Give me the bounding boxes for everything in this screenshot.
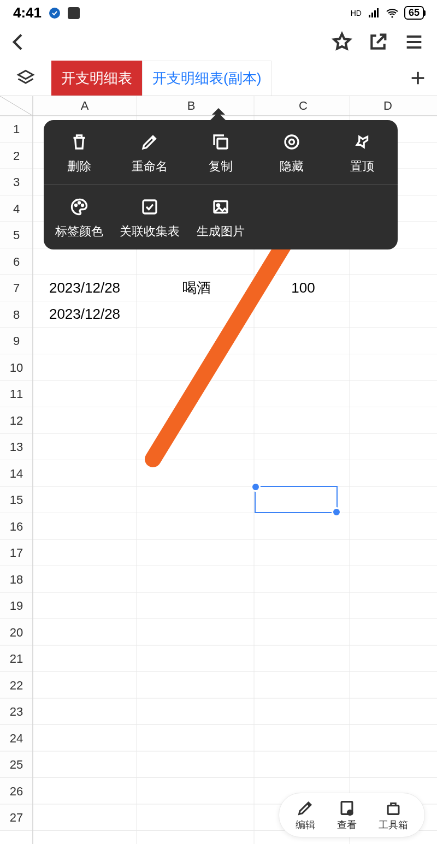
star-icon[interactable] [331,31,353,53]
svg-rect-99 [217,139,227,148]
svg-text:16: 16 [10,520,23,533]
svg-text:D: D [383,99,392,112]
svg-text:22: 22 [10,679,23,692]
bottom-view[interactable]: 查看 [337,799,357,831]
svg-text:100: 100 [291,280,315,296]
svg-point-107 [217,204,219,206]
top-nav [0,23,437,61]
add-tab-button[interactable] [399,61,437,96]
cell-selection[interactable] [255,486,338,513]
svg-text:7: 7 [13,281,20,295]
svg-text:20: 20 [10,626,23,639]
svg-text:9: 9 [13,334,20,348]
ctx-color-label: 标签颜色 [55,223,103,240]
app-icon-2 [68,7,80,19]
svg-text:24: 24 [10,732,23,745]
svg-text:23: 23 [10,705,23,718]
svg-text:19: 19 [10,599,23,613]
svg-text:13: 13 [10,440,23,454]
svg-text:14: 14 [10,467,23,480]
svg-text:21: 21 [10,652,23,665]
svg-point-103 [78,202,80,204]
ctx-image-label: 生成图片 [197,223,245,240]
svg-text:2023/12/28: 2023/12/28 [49,306,120,322]
ctx-pin-label: 置顶 [350,158,374,175]
bottom-tools[interactable]: 工具箱 [379,799,408,831]
context-menu: 删除 重命名 复制 隐藏 置顶 标签颜色 [44,120,398,249]
ctx-delete[interactable]: 删除 [44,120,115,185]
menu-icon[interactable] [403,31,425,53]
bottom-tools-label: 工具箱 [379,818,408,831]
svg-text:25: 25 [10,758,23,771]
svg-text:2023/12/28: 2023/12/28 [49,280,120,296]
svg-rect-105 [143,200,156,213]
ctx-tag-color[interactable]: 标签颜色 [44,185,115,249]
bottom-edit-label: 编辑 [296,818,315,831]
hd-label: HD [351,9,362,17]
wifi-icon [386,7,399,20]
svg-point-0 [49,8,60,19]
selection-handle-br[interactable] [332,507,341,517]
svg-point-102 [75,205,76,206]
tab-inactive[interactable]: 开支明细表(副本) [142,61,271,96]
bottom-view-label: 查看 [337,818,357,831]
ctx-link-label: 关联收集表 [120,223,180,240]
layers-button[interactable] [0,61,51,96]
svg-point-110 [349,812,351,813]
svg-text:2: 2 [13,149,20,163]
svg-text:18: 18 [10,573,23,586]
ctx-pin[interactable]: 置顶 [327,120,398,185]
status-bar: 4:41 HD 65 [0,0,437,23]
svg-text:3: 3 [13,175,20,189]
tab-active[interactable]: 开支明细表 [51,61,142,96]
svg-text:12: 12 [10,414,23,427]
svg-point-100 [285,135,298,148]
ctx-copy[interactable]: 复制 [185,120,256,185]
share-icon[interactable] [367,31,389,53]
bottom-edit[interactable]: 编辑 [296,799,315,831]
selection-handle-tl[interactable] [251,482,261,492]
svg-text:5: 5 [13,228,20,242]
spreadsheet[interactable]: A B C D 2023/12/28 喝酒 100 2023/12/28 123… [0,96,437,844]
svg-rect-111 [388,806,399,815]
svg-text:11: 11 [10,387,23,401]
svg-text:A: A [81,99,89,112]
sheet-tabs: 开支明细表 开支明细表(副本) [0,61,437,96]
ctx-gen-image[interactable]: 生成图片 [185,185,256,249]
svg-text:C: C [299,99,308,112]
ctx-copy-label: 复制 [209,158,233,175]
ctx-link-form[interactable]: 关联收集表 [115,185,186,249]
svg-text:1: 1 [13,122,20,136]
svg-point-104 [81,205,83,206]
bottom-toolbar: 编辑 查看 工具箱 [0,793,437,844]
svg-point-1 [391,16,393,17]
svg-text:4: 4 [13,202,20,216]
signal-icon [367,7,380,20]
svg-text:8: 8 [13,308,20,322]
app-icon-1 [48,7,61,20]
ctx-rename[interactable]: 重命名 [115,120,186,185]
ctx-delete-label: 删除 [67,158,91,175]
svg-text:10: 10 [10,361,23,374]
svg-text:喝酒: 喝酒 [182,280,211,296]
svg-point-101 [289,140,294,145]
svg-text:6: 6 [13,255,20,269]
svg-text:B: B [187,99,196,112]
svg-text:17: 17 [10,546,23,560]
svg-text:15: 15 [10,493,23,507]
status-time: 4:41 [13,4,42,21]
ctx-hide-label: 隐藏 [280,158,304,175]
ctx-hide[interactable]: 隐藏 [256,120,327,185]
back-icon[interactable] [8,31,29,53]
battery-indicator: 65 [404,6,424,20]
ctx-rename-label: 重命名 [132,158,168,175]
